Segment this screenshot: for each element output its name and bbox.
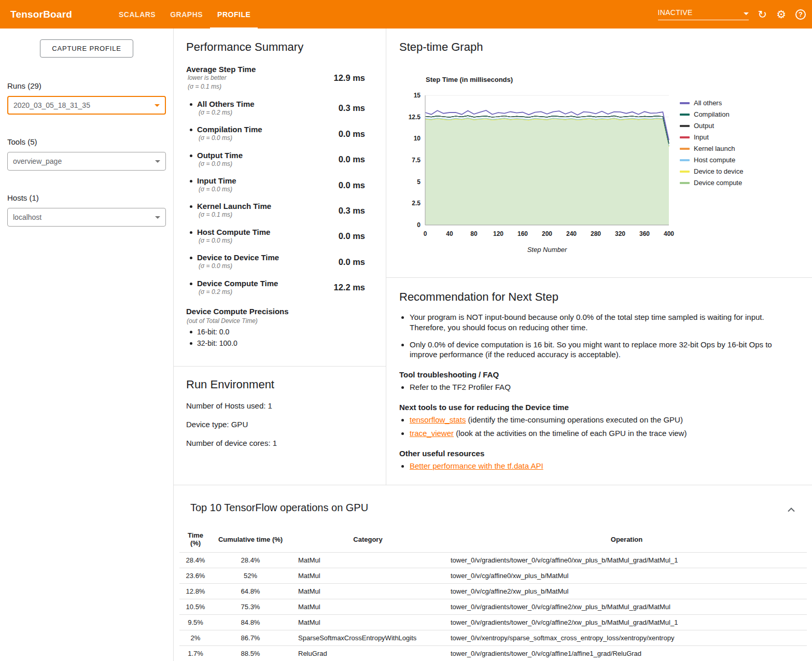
faq-title: Tool troubleshooting / FAQ bbox=[399, 370, 789, 379]
svg-text:320: 320 bbox=[615, 230, 625, 237]
svg-text:0: 0 bbox=[417, 221, 421, 229]
svg-text:40: 40 bbox=[446, 230, 453, 237]
metric-sigma: (σ = 0.2 ms) bbox=[199, 288, 278, 297]
table-row: 1.7%88.5%ReluGradtower_0/v/gradients/tow… bbox=[179, 646, 807, 661]
table-cell: tower_0/v/gradients/tower_0/v/cg/affine2… bbox=[446, 615, 807, 630]
recommendation-section: Recommendation for Next Step Your progra… bbox=[386, 278, 812, 485]
recommendation-bullet: Only 0.0% of device computation is 16 bi… bbox=[410, 340, 789, 360]
tools-dropdown[interactable]: overview_page bbox=[7, 152, 166, 171]
tools-control: Tools (5) overview_page bbox=[0, 137, 173, 171]
tool-link[interactable]: trace_viewer bbox=[410, 429, 454, 438]
table-row: 28.4%28.4%MatMultower_0/v/gradients/towe… bbox=[179, 553, 807, 568]
svg-text:5: 5 bbox=[417, 178, 421, 186]
table-cell: 23.6% bbox=[179, 568, 212, 584]
column-header: Cumulative time (%) bbox=[212, 528, 289, 553]
sidebar: CAPTURE PROFILE Runs (29) 2020_03_05_18_… bbox=[0, 29, 173, 661]
svg-text:400: 400 bbox=[664, 230, 674, 237]
top-ops-header: Top 10 TensorFlow operations on GPU bbox=[174, 502, 812, 517]
svg-text:Step Number: Step Number bbox=[527, 246, 567, 254]
hosts-label: Hosts (1) bbox=[7, 193, 166, 202]
metric-note: lower is better bbox=[188, 74, 256, 82]
legend-item: Device to device bbox=[680, 167, 743, 175]
top-row: Performance Summary Average Step Timelow… bbox=[174, 29, 812, 485]
table-cell: MatMul bbox=[289, 615, 446, 630]
run-environment-line: Number of Hosts used: 1 bbox=[186, 401, 373, 410]
table-cell: MatMul bbox=[289, 568, 446, 584]
metric-label: Compilation Time bbox=[197, 125, 262, 134]
metric-row: Output Time(σ = 0.0 ms)0.0 ms bbox=[186, 151, 365, 168]
svg-text:0: 0 bbox=[424, 230, 427, 237]
column-header: Category bbox=[289, 528, 446, 553]
table-cell: 12.8% bbox=[179, 584, 212, 599]
legend-label: Compilation bbox=[694, 110, 730, 118]
collapse-section-button[interactable] bbox=[784, 503, 799, 517]
metric-label: Average Step Time bbox=[186, 65, 256, 74]
tab-scalars[interactable]: SCALARS bbox=[111, 0, 163, 29]
table-row: 23.6%52%MatMultower_0/v/cg/affine0/xw_pl… bbox=[179, 568, 807, 584]
resource-link-item: Better performance with the tf.data API bbox=[410, 461, 789, 471]
table-cell: 52% bbox=[212, 568, 289, 584]
precisions-note: (out of Total Device Time) bbox=[187, 317, 373, 325]
step-time-chart: 02.557.51012.515040801201602002402803203… bbox=[399, 88, 677, 259]
legend-swatch bbox=[680, 136, 690, 138]
legend-swatch bbox=[680, 171, 690, 173]
svg-text:10: 10 bbox=[414, 135, 421, 142]
tf-data-api-link[interactable]: Better performance with the tf.data API bbox=[410, 461, 543, 470]
svg-text:280: 280 bbox=[591, 230, 601, 237]
svg-text:200: 200 bbox=[542, 230, 552, 237]
precisions-title: Device Compute Precisions bbox=[186, 307, 373, 316]
step-time-graph-section: Step-time Graph Step Time (in millisecon… bbox=[386, 29, 812, 278]
legend-item: All others bbox=[680, 99, 743, 107]
metric-sigma: (σ = 0.1 ms) bbox=[188, 82, 256, 91]
run-environment-line: Device type: GPU bbox=[186, 420, 373, 429]
metric-row: Host Compute Time(σ = 0.0 ms)0.0 ms bbox=[186, 228, 365, 245]
runs-dropdown[interactable]: 2020_03_05_18_31_35 bbox=[7, 96, 166, 115]
chevron-down-icon bbox=[744, 12, 749, 15]
metric-row: Compilation Time(σ = 0.0 ms)0.0 ms bbox=[186, 125, 365, 143]
chevron-down-icon bbox=[155, 160, 160, 163]
metric-value: 0.0 ms bbox=[339, 257, 365, 267]
table-cell: tower_0/v/gradients/tower_0/v/cg/affine2… bbox=[446, 599, 807, 615]
tab-graphs[interactable]: GRAPHS bbox=[163, 0, 210, 29]
main-content: Performance Summary Average Step Timelow… bbox=[173, 29, 812, 661]
chart-legend: All othersCompilationOutputInputKernel l… bbox=[680, 99, 743, 259]
tool-link-item: trace_viewer (look at the activities on … bbox=[410, 428, 789, 439]
tool-link-item: tensorflow_stats (identify the time-cons… bbox=[410, 415, 789, 425]
refresh-icon[interactable]: ↻ bbox=[758, 9, 767, 20]
legend-swatch bbox=[680, 114, 690, 116]
hosts-dropdown[interactable]: localhost bbox=[7, 208, 166, 227]
app-header: TensorBoard SCALARSGRAPHSPROFILE INACTIV… bbox=[0, 0, 812, 29]
metric-row: All Others Time(σ = 0.2 ms)0.3 ms bbox=[186, 100, 365, 117]
top-ops-table-wrap: Time (%)Cumulative time (%)CategoryOpera… bbox=[174, 517, 812, 661]
table-cell: 28.4% bbox=[212, 553, 289, 568]
table-cell: tower_0/v/gradients/tower_0/v/cg/affine0… bbox=[446, 553, 807, 568]
tab-profile[interactable]: PROFILE bbox=[210, 0, 258, 29]
tool-link[interactable]: tensorflow_stats bbox=[410, 415, 466, 424]
table-cell: tower_0/v/gradients/tower_0/v/cg/affine1… bbox=[446, 646, 807, 661]
table-row: 2%86.7%SparseSoftmaxCrossEntropyWithLogi… bbox=[179, 630, 807, 646]
legend-label: Host compute bbox=[694, 156, 735, 164]
capture-profile-button[interactable]: CAPTURE PROFILE bbox=[40, 39, 133, 58]
help-icon[interactable]: ? bbox=[795, 9, 806, 20]
legend-label: Kernel launch bbox=[694, 145, 735, 152]
tool-description: (identify the time-consuming operations … bbox=[466, 415, 683, 424]
table-cell: 84.8% bbox=[212, 615, 289, 630]
metric-row: Input Time(σ = 0.0 ms)0.0 ms bbox=[186, 176, 365, 194]
table-cell: ReluGrad bbox=[289, 646, 446, 661]
metric-sigma: (σ = 0.0 ms) bbox=[199, 134, 262, 143]
tools-label: Tools (5) bbox=[7, 137, 166, 146]
legend-swatch bbox=[680, 102, 690, 104]
top-ops-section: Top 10 TensorFlow operations on GPU Time… bbox=[174, 485, 812, 661]
page-layout: CAPTURE PROFILE Runs (29) 2020_03_05_18_… bbox=[0, 29, 812, 661]
ops-tbody: 28.4%28.4%MatMultower_0/v/gradients/towe… bbox=[179, 553, 807, 661]
legend-swatch bbox=[680, 159, 690, 161]
gear-icon[interactable]: ⚙ bbox=[776, 9, 786, 20]
recommendation-title: Recommendation for Next Step bbox=[399, 290, 789, 304]
header-tabs: SCALARSGRAPHSPROFILE bbox=[111, 0, 258, 29]
metric-labels: All Others Time(σ = 0.2 ms) bbox=[186, 100, 255, 117]
faq-item: Refer to the TF2 Profiler FAQ bbox=[410, 382, 789, 392]
status-dropdown[interactable]: INACTIVE bbox=[658, 8, 749, 20]
table-cell: MatMul bbox=[289, 553, 446, 568]
reco-bullets: Your program is NOT input-bound because … bbox=[410, 312, 789, 360]
chevron-down-icon bbox=[155, 216, 160, 219]
